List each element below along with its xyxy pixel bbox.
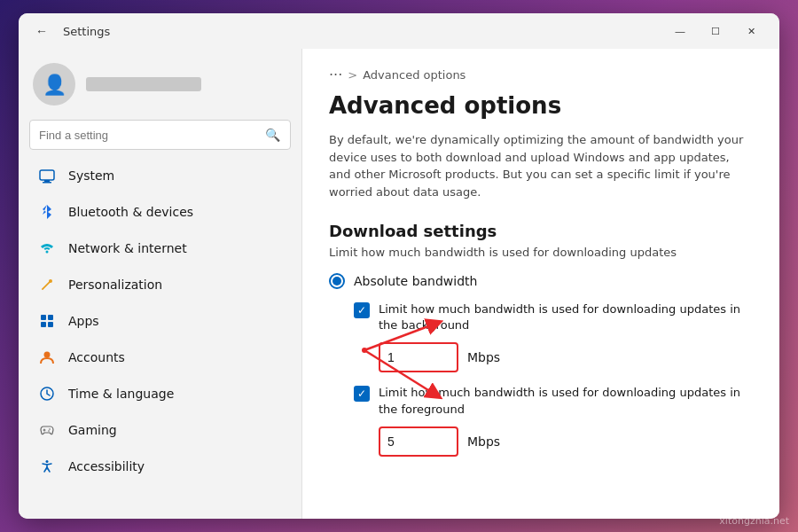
breadcrumb-arrow: > xyxy=(348,68,357,82)
sidebar-item-accessibility[interactable]: Accessibility xyxy=(24,449,296,484)
checkbox-foreground[interactable]: ✓ xyxy=(354,386,370,402)
close-button[interactable]: ✕ xyxy=(733,17,769,45)
sidebar-item-gaming-label: Gaming xyxy=(68,423,117,437)
breadcrumb-dots: ··· xyxy=(329,66,342,83)
sidebar-item-bluetooth[interactable]: Bluetooth & devices xyxy=(24,194,296,230)
sidebar-item-system-label: System xyxy=(68,168,114,183)
maximize-button[interactable]: ☐ xyxy=(698,17,733,45)
breadcrumb: ··· > Advanced options xyxy=(329,66,753,83)
background-bandwidth-input-row: Mbps xyxy=(379,342,753,372)
radio-inner xyxy=(332,277,341,286)
personalization-icon xyxy=(38,276,56,293)
sidebar-item-time[interactable]: Time & language xyxy=(24,376,296,411)
time-icon xyxy=(38,385,56,403)
sidebar-item-personalization-label: Personalization xyxy=(68,278,162,292)
svg-point-11 xyxy=(49,428,51,430)
checkbox-foreground-row: ✓ Limit how much bandwidth is used for d… xyxy=(354,385,753,417)
checkbox-background[interactable]: ✓ xyxy=(354,302,370,318)
user-name xyxy=(86,77,201,91)
nav-list: System Bluetooth & devices xyxy=(19,157,301,519)
user-profile: 👤 xyxy=(19,49,301,116)
search-input[interactable] xyxy=(39,129,256,142)
apps-icon xyxy=(38,312,56,330)
svg-rect-5 xyxy=(41,315,46,320)
foreground-bandwidth-input-row: Mbps xyxy=(379,426,753,457)
foreground-bandwidth-input[interactable] xyxy=(379,426,458,457)
back-button[interactable]: ← xyxy=(29,19,54,43)
sidebar-item-accessibility-label: Accessibility xyxy=(68,459,145,473)
breadcrumb-page-name: Advanced options xyxy=(363,68,466,82)
svg-rect-2 xyxy=(43,182,51,184)
radio-label: Absolute bandwidth xyxy=(354,274,477,288)
svg-point-4 xyxy=(49,279,52,283)
radio-button[interactable] xyxy=(329,273,345,289)
settings-window: ← Settings — ☐ ✕ 👤 🔍 xyxy=(19,13,779,519)
checkbox-foreground-label: Limit how much bandwidth is used for dow… xyxy=(379,385,751,417)
checkmark-icon-2: ✓ xyxy=(357,387,366,400)
sidebar-item-time-label: Time & language xyxy=(68,387,174,401)
svg-rect-6 xyxy=(48,315,53,320)
sidebar-item-gaming[interactable]: Gaming xyxy=(24,412,296,448)
network-icon xyxy=(38,239,56,257)
sidebar: 👤 🔍 System xyxy=(19,49,302,519)
svg-rect-8 xyxy=(48,322,53,327)
window-title: Settings xyxy=(63,25,110,38)
sidebar-item-apps[interactable]: Apps xyxy=(24,303,296,339)
bluetooth-icon xyxy=(38,203,56,221)
svg-point-9 xyxy=(44,352,51,358)
svg-rect-1 xyxy=(44,180,50,182)
sidebar-item-system[interactable]: System xyxy=(24,158,296,193)
sidebar-item-personalization[interactable]: Personalization xyxy=(24,267,296,302)
sidebar-item-bluetooth-label: Bluetooth & devices xyxy=(68,205,193,219)
accessibility-icon xyxy=(38,458,56,475)
checkbox-background-row: ✓ Limit how much bandwidth is used for d… xyxy=(354,301,753,333)
title-bar: ← Settings — ☐ ✕ xyxy=(19,13,779,49)
radio-absolute-bandwidth[interactable]: Absolute bandwidth xyxy=(329,273,753,289)
download-settings-section: Download settings Limit how much bandwid… xyxy=(329,222,753,457)
accounts-icon xyxy=(38,348,56,366)
svg-rect-7 xyxy=(41,322,46,327)
search-box[interactable]: 🔍 xyxy=(29,120,291,150)
background-bandwidth-input[interactable] xyxy=(379,342,458,372)
checkbox-background-label: Limit how much bandwidth is used for dow… xyxy=(379,301,751,333)
download-settings-title: Download settings xyxy=(329,222,753,240)
system-icon xyxy=(38,167,56,184)
gaming-icon xyxy=(38,421,56,439)
main-content: ··· > Advanced options Advanced options … xyxy=(302,49,779,519)
foreground-bandwidth-unit: Mbps xyxy=(467,434,500,449)
checkmark-icon: ✓ xyxy=(357,304,366,317)
page-title: Advanced options xyxy=(329,92,753,119)
title-bar-left: ← Settings xyxy=(29,19,110,43)
page-description: By default, we're dynamically optimizing… xyxy=(329,131,753,200)
svg-point-13 xyxy=(46,460,49,463)
sidebar-item-accounts-label: Accounts xyxy=(68,350,125,364)
download-settings-subtitle: Limit how much bandwidth is used for dow… xyxy=(329,246,753,259)
sidebar-item-network-label: Network & internet xyxy=(68,241,187,255)
avatar: 👤 xyxy=(33,63,75,106)
sidebar-item-network[interactable]: Network & internet xyxy=(24,231,296,266)
sidebar-item-accounts[interactable]: Accounts xyxy=(24,340,296,375)
sidebar-item-apps-label: Apps xyxy=(68,314,99,328)
svg-point-12 xyxy=(48,430,50,432)
search-icon[interactable]: 🔍 xyxy=(263,126,281,144)
window-controls: — ☐ ✕ xyxy=(662,17,769,45)
content-area: 👤 🔍 System xyxy=(19,49,779,519)
svg-point-3 xyxy=(46,251,49,254)
background-bandwidth-unit: Mbps xyxy=(467,350,500,364)
minimize-button[interactable]: — xyxy=(662,17,698,45)
svg-rect-0 xyxy=(40,170,54,180)
